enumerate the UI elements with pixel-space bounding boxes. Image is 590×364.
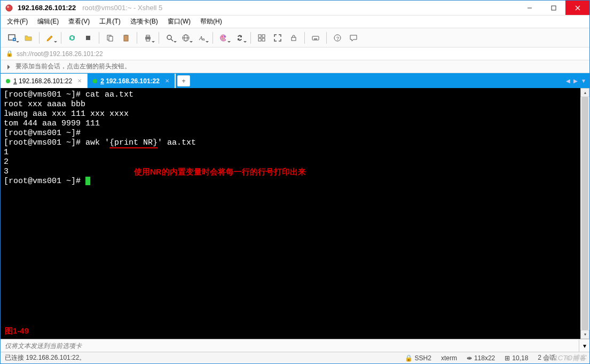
window-title: 192.168.26.101:22 bbox=[18, 4, 76, 12]
disconnect-button[interactable] bbox=[81, 30, 96, 45]
session-tab-1[interactable]: 1 192.168.26.101:22 ✕ bbox=[1, 74, 88, 88]
terminal-cursor bbox=[85, 177, 90, 185]
chat-button[interactable] bbox=[346, 30, 361, 45]
toolbar-separator bbox=[137, 32, 137, 44]
status-size: ⇼ 118x22 bbox=[467, 354, 495, 362]
globe-button[interactable] bbox=[178, 30, 193, 45]
toolbar-separator bbox=[326, 32, 327, 44]
scroll-up-button[interactable]: ▴ bbox=[580, 88, 589, 97]
session-tab-2[interactable]: 2 192.168.26.101:22 ✕ bbox=[88, 74, 175, 88]
open-button[interactable] bbox=[21, 30, 36, 45]
scroll-thumb[interactable] bbox=[581, 97, 588, 330]
status-connection: 已连接 192.168.26.101:22。 bbox=[5, 353, 395, 362]
maximize-button[interactable] bbox=[541, 1, 565, 15]
svg-point-27 bbox=[224, 36, 225, 37]
svg-text:a: a bbox=[202, 37, 205, 42]
svg-rect-16 bbox=[146, 35, 150, 37]
send-dropdown[interactable]: ▾ bbox=[579, 339, 589, 352]
svg-rect-3 bbox=[552, 6, 556, 10]
svg-rect-30 bbox=[258, 38, 261, 41]
status-caps: ⊕ ⊕ ⊕ bbox=[565, 354, 585, 362]
toolbar-separator bbox=[304, 32, 305, 44]
address-bar: 🔒 ssh://root@192.168.26.101:22 bbox=[1, 48, 589, 60]
svg-text:?: ? bbox=[336, 36, 339, 41]
palette-button[interactable] bbox=[216, 30, 231, 45]
tab-menu-icon[interactable]: ▼ bbox=[581, 78, 586, 84]
toolbar-separator bbox=[99, 32, 99, 44]
lock-small-icon: 🔒 bbox=[405, 354, 413, 362]
tab-number: 2 bbox=[100, 77, 104, 85]
minimize-button[interactable] bbox=[517, 1, 541, 15]
fullscreen-button[interactable] bbox=[270, 30, 285, 45]
tab-prev-icon[interactable]: ◀ bbox=[566, 78, 570, 84]
svg-rect-17 bbox=[146, 39, 150, 41]
terminal-scrollbar[interactable]: ▴ ▾ bbox=[580, 88, 589, 339]
reconnect-button[interactable] bbox=[65, 30, 80, 45]
menu-view[interactable]: 查看(V) bbox=[67, 16, 91, 27]
print-button[interactable] bbox=[140, 30, 155, 45]
tab-close-icon[interactable]: ✕ bbox=[165, 78, 169, 84]
tab-label: 192.168.26.101:22 bbox=[19, 77, 72, 85]
menu-window[interactable]: 窗口(W) bbox=[167, 16, 192, 27]
svg-rect-31 bbox=[262, 38, 265, 41]
svg-point-25 bbox=[222, 36, 223, 37]
toolbar-separator bbox=[250, 32, 251, 44]
svg-line-19 bbox=[171, 39, 173, 41]
send-bar: ▾ bbox=[1, 339, 589, 352]
status-pos: ⊞ 10,18 bbox=[505, 354, 528, 362]
toolbar-separator bbox=[159, 32, 159, 44]
tab-close-icon[interactable]: ✕ bbox=[77, 78, 82, 84]
close-button[interactable] bbox=[565, 1, 589, 15]
app-window: 192.168.26.101:22 root@vms001:~ - Xshell… bbox=[0, 0, 590, 364]
status-dot-icon bbox=[6, 79, 10, 83]
terminal[interactable]: [root@vms001 ~]# cat aa.txt root xxx aaa… bbox=[1, 88, 580, 339]
hint-arrow-icon[interactable]: ⏵ bbox=[6, 63, 12, 70]
menu-edit[interactable]: 编辑(E) bbox=[36, 16, 60, 27]
lock-icon: 🔒 bbox=[6, 50, 13, 57]
svg-point-0 bbox=[6, 5, 12, 11]
address-text[interactable]: ssh://root@192.168.26.101:22 bbox=[17, 50, 103, 58]
status-sessions: 2 会话 bbox=[538, 353, 556, 362]
toolbar: Aa ? bbox=[1, 28, 589, 48]
cycle-button[interactable] bbox=[232, 30, 247, 45]
statusbar: 已连接 192.168.26.101:22。 🔒SSH2 xterm ⇼ 118… bbox=[1, 352, 589, 363]
terminal-container: [root@vms001 ~]# cat aa.txt root xxx aaa… bbox=[1, 88, 589, 339]
status-term: xterm bbox=[441, 354, 457, 362]
app-icon bbox=[5, 4, 13, 12]
toolbar-separator bbox=[39, 32, 40, 44]
svg-rect-28 bbox=[258, 35, 261, 37]
status-protocol: 🔒SSH2 bbox=[405, 354, 431, 362]
svg-rect-14 bbox=[125, 35, 127, 36]
svg-rect-29 bbox=[262, 35, 265, 37]
menu-tools[interactable]: 工具(T) bbox=[98, 16, 121, 27]
tab-next-icon[interactable]: ▶ bbox=[573, 78, 578, 84]
status-dot-icon bbox=[93, 79, 97, 83]
menu-tab[interactable]: 选项卡(B) bbox=[129, 16, 159, 27]
edit-button[interactable] bbox=[43, 30, 58, 45]
toolbar-separator bbox=[213, 32, 213, 44]
menu-file[interactable]: 文件(F) bbox=[6, 16, 29, 27]
find-button[interactable] bbox=[162, 30, 177, 45]
tab-nav: ◀ ▶ ▼ bbox=[566, 74, 589, 88]
scroll-down-button[interactable]: ▾ bbox=[580, 330, 589, 339]
svg-rect-12 bbox=[109, 36, 113, 41]
copy-button[interactable] bbox=[103, 30, 117, 45]
toolbar-separator bbox=[61, 32, 61, 44]
help-button[interactable]: ? bbox=[330, 30, 345, 45]
tab-add-button[interactable]: + bbox=[177, 75, 190, 86]
send-input[interactable] bbox=[1, 342, 579, 350]
menu-help[interactable]: 帮助(H) bbox=[199, 16, 223, 27]
svg-point-18 bbox=[167, 35, 171, 39]
hint-text: 要添加当前会话，点击左侧的箭头按钮。 bbox=[15, 62, 131, 71]
grid-button[interactable] bbox=[254, 30, 269, 45]
font-button[interactable]: Aa bbox=[194, 30, 209, 45]
new-session-button[interactable] bbox=[5, 30, 20, 45]
scroll-track[interactable] bbox=[580, 97, 589, 330]
figure-label: 图1-49 bbox=[5, 326, 29, 336]
svg-rect-32 bbox=[292, 37, 296, 41]
lock-button[interactable] bbox=[286, 30, 301, 45]
titlebar: 192.168.26.101:22 root@vms001:~ - Xshell… bbox=[1, 1, 589, 15]
paste-button[interactable] bbox=[119, 30, 133, 45]
window-subtitle: root@vms001:~ - Xshell 5 bbox=[82, 4, 162, 12]
keyboard-button[interactable] bbox=[308, 30, 323, 45]
